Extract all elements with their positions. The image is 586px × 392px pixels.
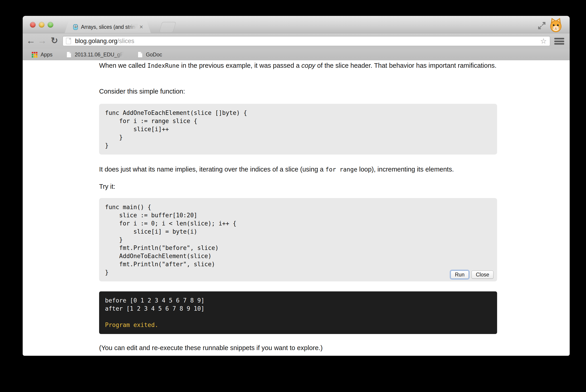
apps-label: Apps (41, 52, 52, 58)
paragraph-footer-note: (You can edit and re-execute these runna… (99, 344, 498, 352)
tab-close-icon[interactable]: × (139, 24, 143, 30)
menu-hamburger-icon[interactable] (554, 38, 564, 45)
minimize-window-button[interactable] (39, 22, 45, 28)
close-button[interactable]: Close (471, 270, 493, 279)
output-status: Program exited. (105, 321, 491, 329)
bookmark-item-edu[interactable]: 2013.11.06_EDU_gP (67, 52, 124, 58)
fullscreen-expand-icon[interactable] (538, 22, 546, 30)
bookmark-label: GoDoc (146, 52, 162, 58)
url-path: /slices (117, 38, 134, 44)
output-blank-line (105, 313, 491, 321)
output-line: before [0 1 2 3 4 5 6 7 8 9] (105, 296, 491, 304)
code-text[interactable]: func AddOneToEachElement(slice []byte) {… (105, 109, 491, 150)
browser-window: Arrays, slices (and strings): × (23, 16, 570, 356)
bookmark-star-icon[interactable]: ☆ (540, 38, 547, 45)
bookmark-item-godoc[interactable]: GoDoc (138, 52, 162, 58)
cat-avatar-icon[interactable] (548, 17, 563, 33)
code-snippet-addone[interactable]: func AddOneToEachElement(slice []byte) {… (99, 104, 497, 154)
reload-button[interactable]: ↻ (50, 35, 59, 46)
desktop-background: Arrays, slices (and strings): × (0, 0, 586, 392)
paragraph-try-it: Try it: (99, 182, 498, 191)
bookmarks-bar: Apps 2013.11.06_EDU_gP GoDoc (23, 49, 570, 60)
traffic-lights (30, 22, 53, 28)
program-output: before [0 1 2 3 4 5 6 7 8 9] after [1 2 … (99, 292, 497, 334)
zoom-window-button[interactable] (48, 22, 53, 28)
code-text[interactable]: func main() { slice := buffer[10:20] for… (105, 203, 491, 276)
inline-code-indexrune: IndexRune (147, 62, 179, 69)
gopher-favicon (72, 24, 79, 30)
browser-toolbar: ← → ↻ blog.golang.org/slices ☆ (23, 33, 570, 49)
code-snippet-main[interactable]: func main() { slice := buffer[10:20] for… (99, 198, 497, 282)
apps-shortcut[interactable]: Apps (23, 52, 52, 58)
apps-grid-icon (32, 52, 38, 58)
url-host: blog.golang.org (75, 38, 117, 44)
paragraph-it-does: It does just what its name implies, iter… (99, 165, 498, 174)
url-text[interactable]: blog.golang.org/slices (75, 38, 134, 45)
tab-title: Arrays, slices (and strings): (81, 24, 138, 30)
bookmark-label: 2013.11.06_EDU_gP (75, 52, 124, 58)
run-button[interactable]: Run (451, 270, 469, 279)
new-tab-button[interactable] (159, 22, 176, 32)
bookmark-page-icon (67, 52, 71, 58)
output-line: after [1 2 3 4 5 6 7 8 9 10] (105, 304, 491, 313)
bookmark-page-icon (138, 52, 143, 58)
paragraph-consider: Consider this simple function: (99, 87, 498, 96)
url-bar[interactable]: blog.golang.org/slices ☆ (63, 36, 550, 46)
title-bar: Arrays, slices (and strings): × (23, 16, 570, 33)
bookmark-label-fade (115, 52, 124, 58)
close-window-button[interactable] (30, 22, 36, 28)
snippet-buttons: Run Close (451, 270, 493, 279)
back-button[interactable]: ← (26, 35, 36, 46)
tab-title-fade (127, 24, 138, 30)
page-icon (66, 38, 71, 44)
page-content: When we called IndexRune in the previous… (23, 60, 570, 356)
forward-button[interactable]: → (37, 35, 47, 46)
paragraph-indexrune: When we called IndexRune in the previous… (99, 61, 498, 70)
inline-code-for-range: for range (326, 166, 357, 173)
browser-tab[interactable]: Arrays, slices (and strings): × (65, 21, 151, 33)
